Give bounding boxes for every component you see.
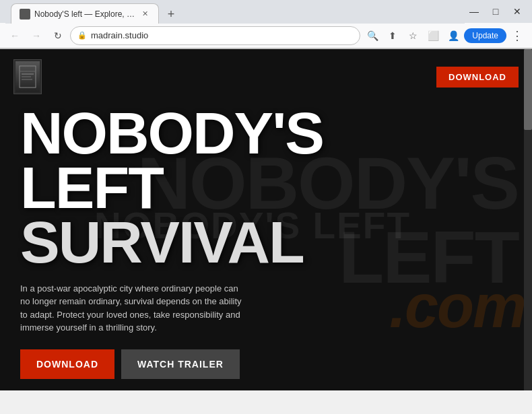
tab-title: Nobody'S left — Explore, Build ... (34, 9, 135, 19)
bg-watermark-com: .com (389, 276, 525, 337)
forward-button[interactable]: → (27, 26, 46, 45)
share-icon[interactable]: ⬆ (383, 26, 402, 45)
split-view-icon[interactable]: ⬜ (424, 26, 442, 45)
close-button[interactable]: ✕ (508, 2, 527, 21)
search-icon[interactable]: 🔍 (363, 26, 382, 45)
title-bar: Nobody'S left — Explore, Build ... ✕ + —… (0, 0, 532, 23)
nav-bar: ← → ↻ 🔒 madrain.studio 🔍 ⬆ ☆ ⬜ 👤 Update … (0, 23, 532, 48)
svg-rect-4 (22, 79, 32, 80)
hero-title-line2: LEFT (20, 161, 323, 215)
maximize-button[interactable]: □ (486, 2, 505, 21)
svg-rect-3 (22, 76, 31, 77)
browser-chrome: Nobody'S left — Explore, Build ... ✕ + —… (0, 0, 532, 49)
window-controls: — □ ✕ (465, 2, 527, 21)
hero-title-line3: SURVIVAL (20, 215, 323, 270)
svg-rect-2 (22, 73, 34, 75)
url-text: madrain.studio (91, 30, 148, 40)
browser-menu-icon[interactable]: ⋮ (508, 26, 527, 45)
new-tab-button[interactable]: + (162, 5, 180, 24)
website-content: NOBODY'SLEFT NOBODY'S LEFT .com DOWNLOAD… (0, 49, 532, 390)
scrollbar[interactable] (524, 49, 532, 390)
site-nav: DOWNLOAD (0, 59, 532, 94)
site-logo (13, 59, 42, 94)
minimize-button[interactable]: — (465, 2, 484, 21)
reload-button[interactable]: ↻ (48, 26, 67, 45)
hero-description: In a post-war apocalyptic city where ord… (20, 282, 249, 335)
hero-buttons: DOWNLOAD WATCH TRAILER (20, 349, 323, 379)
update-button[interactable]: Update (464, 28, 506, 43)
hero-download-button[interactable]: DOWNLOAD (20, 349, 114, 379)
hero-content: NOBODY'S LEFT SURVIVAL In a post-war apo… (20, 106, 323, 379)
active-tab[interactable]: Nobody'S left — Explore, Build ... ✕ (11, 3, 159, 24)
lock-icon: 🔒 (77, 31, 87, 40)
back-button[interactable]: ← (5, 26, 24, 45)
tab-bar: Nobody'S left — Explore, Build ... ✕ + (5, 0, 465, 24)
bookmark-icon[interactable]: ☆ (403, 26, 422, 45)
nav-download-button[interactable]: DOWNLOAD (436, 67, 519, 88)
tab-favicon (20, 9, 30, 20)
hero-title-line1: NOBODY'S (20, 106, 323, 161)
tab-close-button[interactable]: ✕ (139, 9, 150, 20)
address-bar[interactable]: 🔒 madrain.studio (70, 26, 360, 45)
profile-icon[interactable]: 👤 (444, 26, 463, 45)
logo-inner (15, 61, 40, 92)
nav-actions: 🔍 ⬆ ☆ ⬜ 👤 Update ⋮ (363, 26, 527, 45)
watch-trailer-button[interactable]: WATCH TRAILER (121, 349, 240, 379)
hero-title: NOBODY'S LEFT SURVIVAL (20, 106, 323, 270)
